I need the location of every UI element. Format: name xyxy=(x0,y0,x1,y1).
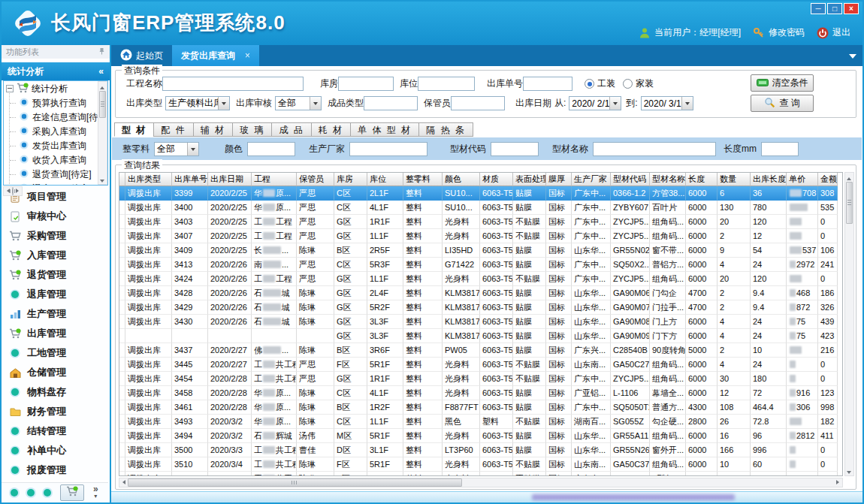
material-tab[interactable]: 耗 材 xyxy=(311,122,351,137)
date-to-select[interactable]: 2020/ 3/16 xyxy=(641,96,693,110)
scroll-right-icon[interactable] xyxy=(834,478,842,487)
clear-conditions-button[interactable]: 清空条件 xyxy=(751,74,814,92)
radio-jiazhuang[interactable]: 家装 xyxy=(623,77,654,90)
table-row[interactable]: 调拨出库34032020/2/25工工程严思G区1R1F整料光身料6063-T5… xyxy=(119,215,838,229)
material-tab[interactable]: 玻 璃 xyxy=(232,122,272,137)
table-row[interactable]: 调拨出库34932020/3/2华原...陈琳C区1L1F整料黑色塑料不贴膜国标… xyxy=(119,415,838,429)
manufacturer-input[interactable] xyxy=(349,142,427,156)
quick-circle-icon[interactable] xyxy=(11,489,18,496)
tree-item[interactable]: 退货查询[待定] xyxy=(4,167,107,182)
outbound-audit-select[interactable]: 全部 xyxy=(275,96,322,110)
column-header[interactable]: 库房 xyxy=(334,173,367,186)
column-header[interactable]: 型材代码 xyxy=(611,173,650,186)
table-row[interactable]: 调拨出库34542020/2/28工共工程严思G区1R1F整料光身料6063-T… xyxy=(119,372,838,386)
pin-icon[interactable] xyxy=(98,45,105,59)
chevron-down-icon[interactable] xyxy=(681,97,693,110)
sidebar-item[interactable]: 补单中心 xyxy=(2,441,110,460)
table-row[interactable]: 调拨出库34372020/2/27佛...陈琳B区3R6F整料PW056063-… xyxy=(119,343,838,358)
outbound-type-select[interactable]: 生产领料出库 xyxy=(165,96,230,110)
minimize-button[interactable]: ─ xyxy=(811,3,826,14)
product-type-input[interactable] xyxy=(364,96,418,110)
sidebar-item[interactable]: 物料盘存 xyxy=(2,382,110,402)
tree-item[interactable]: 预算执行查询 xyxy=(4,96,107,110)
scroll-thumb[interactable] xyxy=(846,182,853,224)
warehouse-input[interactable] xyxy=(338,77,394,91)
column-header[interactable]: 表面处理 xyxy=(513,173,546,186)
table-row[interactable]: 调拨出库35102020/3/4工共工程陈琳F区5R1F整料光身料6063-T5… xyxy=(119,457,838,472)
sidebar-item[interactable]: 采购管理 xyxy=(2,226,110,246)
sidebar-item[interactable]: 仓储管理 xyxy=(2,363,110,382)
tree-item[interactable]: 收货入库查询 xyxy=(4,153,107,167)
sidebar-item[interactable]: 审核中心 xyxy=(2,207,110,226)
close-button[interactable]: × xyxy=(844,3,859,14)
material-tab[interactable]: 成 品 xyxy=(271,122,311,137)
sidebar-item[interactable]: 生产管理 xyxy=(2,304,110,324)
quick-cart-button[interactable] xyxy=(60,484,84,501)
table-row[interactable]: 调拨出库33992020/2/25华原...严思C区2L1F整料SU10...6… xyxy=(119,186,838,201)
maximize-button[interactable]: □ xyxy=(827,3,842,14)
tree-expander-icon[interactable] xyxy=(6,85,14,92)
chevron-down-icon[interactable] xyxy=(310,97,321,110)
scroll-down-icon[interactable] xyxy=(845,467,853,475)
material-tab[interactable]: 辅 材 xyxy=(193,122,233,137)
length-input[interactable] xyxy=(761,142,799,156)
tab-shipment-outbound-query[interactable]: 发货出库查询 × xyxy=(172,45,259,66)
change-password-link[interactable]: 修改密码 xyxy=(769,26,805,39)
logout-link[interactable]: 退出 xyxy=(832,26,850,39)
quick-circle-icon[interactable] xyxy=(44,489,51,496)
table-row[interactable]: 调拨出库35122020/3/4工共工程陈琳F区1L2F整料光身料6063-T5… xyxy=(119,472,838,476)
chevron-down-icon[interactable] xyxy=(187,143,198,155)
scroll-thumb[interactable] xyxy=(128,478,462,487)
more-chevron-icon[interactable]: »▾ xyxy=(93,485,98,500)
scroll-right-icon[interactable] xyxy=(14,187,22,195)
tree-item[interactable]: 采购入库查询 xyxy=(4,125,107,139)
tree-scrollbar-horizontal[interactable] xyxy=(3,186,23,196)
column-header[interactable]: 颜色 xyxy=(443,173,480,186)
profile-code-input[interactable] xyxy=(491,142,539,156)
column-header[interactable]: 金额 xyxy=(818,173,838,186)
scroll-down-icon[interactable] xyxy=(98,176,107,184)
scroll-left-icon[interactable] xyxy=(119,478,128,487)
column-header[interactable]: 膜厚 xyxy=(546,173,572,186)
table-row[interactable]: 调拨出库34092020/2/25长...陈琳B区2R5F整料LI35HD606… xyxy=(119,243,838,258)
tree-scrollbar-vertical[interactable] xyxy=(98,81,107,185)
table-row[interactable]: G区3L3F整料KLM38176063-T5贴膜国标山东华...GA90M09.… xyxy=(119,329,838,343)
material-tab[interactable]: 型 材 xyxy=(114,122,154,137)
tab-close-icon[interactable]: × xyxy=(245,50,250,61)
table-row[interactable]: 调拨出库34302020/2/26石城陈琳G区3L3F整料KLM38176063… xyxy=(119,315,838,329)
table-row[interactable]: 调拨出库34582020/2/28华原...陈琳C区4L1F整料光身料6063-… xyxy=(119,386,838,400)
tree-item[interactable]: 在途信息查询[待 xyxy=(4,110,107,125)
column-header[interactable]: 出库类型 xyxy=(125,173,172,186)
sidebar-item[interactable]: 退库管理 xyxy=(2,285,110,304)
date-from-select[interactable]: 2020/ 2/16 xyxy=(569,96,621,110)
outbound-no-input[interactable] xyxy=(523,77,572,91)
tab-list-dropdown-icon[interactable] xyxy=(849,54,856,62)
material-tab[interactable]: 配 件 xyxy=(153,122,193,137)
project-name-input[interactable] xyxy=(162,77,304,91)
sidebar-item[interactable]: 出库管理 xyxy=(2,324,110,343)
table-row[interactable]: 调拨出库34942020/3/2石辉城汤伟M区5R1F整料光身料6063-T5贴… xyxy=(119,429,838,443)
column-header[interactable]: 材质 xyxy=(480,173,513,186)
sidebar-item[interactable]: 报废管理 xyxy=(2,460,110,480)
collapse-chevron-icon[interactable]: « xyxy=(98,62,104,80)
column-header[interactable]: 库位 xyxy=(367,173,403,186)
table-row[interactable]: 调拨出库34132020/2/26南...严思C区5R3F整料G71422606… xyxy=(119,258,838,272)
column-header[interactable]: 型材名称 xyxy=(650,173,686,186)
table-row[interactable]: 调拨出库34282020/2/26石城陈琳G区2L4F整料KLM38176063… xyxy=(119,286,838,300)
column-header[interactable]: 出库单号 xyxy=(172,173,208,186)
search-button[interactable]: 查 询 xyxy=(751,95,814,112)
table-scrollbar-vertical[interactable] xyxy=(844,172,854,476)
scroll-up-icon[interactable] xyxy=(98,82,107,90)
column-header[interactable]: 保管员 xyxy=(297,173,334,186)
sidebar-section-stats[interactable]: 统计分析 « xyxy=(2,62,110,80)
quick-circle-icon[interactable] xyxy=(27,489,35,496)
table-row[interactable]: 调拨出库34452020/2/27工共工程严思F区5R1F整料光身料6063-T… xyxy=(119,358,838,372)
table-scrollbar-horizontal[interactable] xyxy=(119,478,843,487)
color-input[interactable] xyxy=(247,142,295,156)
material-tab[interactable]: 隔 热 条 xyxy=(418,122,473,137)
profile-name-input[interactable] xyxy=(593,142,716,156)
tree-item[interactable]: 退库管理[待定] xyxy=(4,182,107,186)
scroll-thumb[interactable] xyxy=(99,91,106,118)
tab-home[interactable]: 起始页 xyxy=(111,45,172,66)
column-header[interactable]: 出库长度 xyxy=(751,173,787,186)
